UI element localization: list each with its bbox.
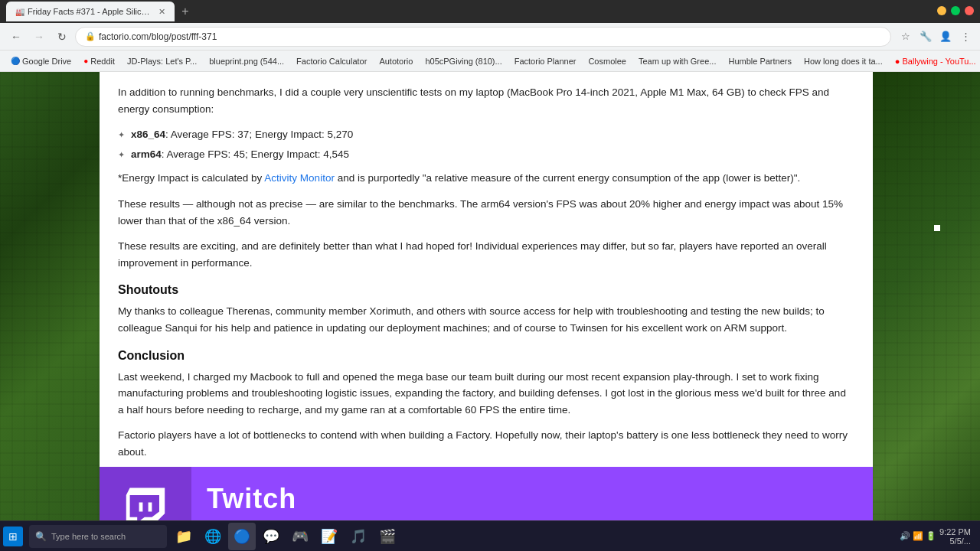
activity-monitor-link[interactable]: Activity Monitor — [264, 172, 335, 184]
benchmark-intro: In addition to running benchmarks, I did… — [118, 84, 854, 117]
nav-bar: ← → ↻ 🔒 factorio.com/blog/post/fff-371 ☆… — [0, 23, 980, 51]
benchmark-x86-label: x86_64: Average FPS: 37; Energy Impact: … — [131, 126, 353, 143]
start-button[interactable]: ⊞ — [3, 527, 23, 546]
bookmark-jdplays[interactable]: JD-Plays: Let's P... — [122, 55, 201, 67]
taskbar-vscode[interactable]: 📝 — [315, 523, 343, 550]
address-bar[interactable]: 🔒 factorio.com/blog/post/fff-371 — [75, 27, 891, 47]
reload-button[interactable]: ↻ — [52, 27, 72, 47]
benchmark-x86: ✦ x86_64: Average FPS: 37; Energy Impact… — [118, 126, 854, 143]
url-display: factorio.com/blog/post/fff-371 — [99, 31, 217, 42]
bookmark-autotorio[interactable]: Autotorio — [374, 55, 417, 67]
system-tray: 🔊 📶 🔋 — [900, 531, 936, 541]
tab-close-icon[interactable]: ✕ — [158, 7, 165, 17]
taskbar-icons: 📁 🌐 🔵 💬 🎮 📝 🎵 🎬 — [170, 523, 900, 550]
taskbar-obs[interactable]: 🎬 — [374, 523, 401, 550]
taskbar-steam[interactable]: 🎮 — [286, 523, 314, 550]
bookmark-cosmolee[interactable]: Cosmolee — [583, 55, 631, 67]
time-display: 9:22 PM 5/5/... — [939, 527, 971, 546]
extension-icon[interactable]: 🔧 — [917, 28, 934, 45]
bookmark-email[interactable]: h05cPGiving (810)... — [420, 55, 506, 67]
bookmark-blueprint[interactable]: blueprint.png (544... — [204, 55, 289, 67]
maximize-button[interactable] — [951, 6, 960, 15]
back-button[interactable]: ← — [6, 27, 26, 47]
taskbar-spotify[interactable]: 🎵 — [345, 523, 372, 550]
taskbar-discord[interactable]: 💬 — [257, 523, 285, 550]
bullet-x86: ✦ — [118, 129, 125, 142]
arm-value: : Average FPS: 45; Energy Impact: 4,545 — [162, 148, 349, 160]
profile-icon[interactable]: 👤 — [937, 28, 954, 45]
x86-value: : Average FPS: 37; Energy Impact: 5,270 — [165, 129, 353, 140]
energy-note-suffix: and is purportedly "a relative measure o… — [335, 172, 800, 184]
results-para-2: These results are exciting, and are defi… — [118, 238, 854, 271]
bookmark-teamup[interactable]: Team up with Gree... — [634, 55, 721, 67]
conclusion-heading: Conclusion — [118, 349, 854, 363]
bookmark-icon[interactable]: ☆ — [897, 28, 914, 45]
bookmarks-bar: 🔵Google Drive ●Reddit JD-Plays: Let's P.… — [0, 51, 980, 72]
conclusion-para-2: Factorio players have a lot of bottlenec… — [118, 427, 854, 460]
bookmark-planner[interactable]: Factorio Planner — [510, 55, 581, 67]
bullet-arm: ✦ — [118, 148, 125, 162]
bookmark-ballywing[interactable]: ● Ballywing - YouTu... — [890, 55, 980, 67]
tab-title: Friday Facts #371 - Apple Silicc... — [28, 7, 152, 16]
conclusion-para-1: Last weekend, I charged my Macbook to fu… — [118, 369, 854, 419]
taskbar-right: 🔊 📶 🔋 9:22 PM 5/5/... — [900, 527, 977, 546]
taskbar-edge[interactable]: 🌐 — [199, 523, 227, 550]
taskbar-explorer[interactable]: 📁 — [170, 523, 198, 550]
energy-note: *Energy Impact is calculated by Activity… — [118, 170, 854, 187]
clock-time: 9:22 PM — [939, 527, 971, 536]
twitch-title: Twitch — [207, 483, 858, 515]
search-placeholder: Type here to search — [51, 532, 126, 541]
bookmark-howlong[interactable]: How long does it ta... — [799, 55, 887, 67]
forward-button[interactable]: → — [29, 27, 49, 47]
bookmark-google-drive[interactable]: 🔵Google Drive — [6, 55, 76, 67]
side-panel-right — [873, 72, 980, 551]
benchmark-arm-label: arm64: Average FPS: 45; Energy Impact: 4… — [131, 146, 349, 163]
bookmark-factorio-calc[interactable]: Factorio Calculator — [292, 55, 371, 67]
title-bar: 🏭 Friday Facts #371 - Apple Silicc... ✕ … — [0, 0, 980, 23]
benchmark-arm: ✦ arm64: Average FPS: 45; Energy Impact:… — [118, 146, 854, 163]
content-area: In addition to running benchmarks, I did… — [100, 72, 873, 551]
bookmark-reddit[interactable]: ●Reddit — [79, 55, 119, 67]
arm-key: arm64 — [131, 148, 162, 160]
menu-icon[interactable]: ⋮ — [957, 28, 974, 45]
new-tab-button[interactable]: + — [175, 2, 196, 21]
results-para-1: These results — although not as precise … — [118, 196, 854, 229]
clock-date: 5/5/... — [939, 536, 971, 546]
taskbar-chrome[interactable]: 🔵 — [228, 523, 256, 550]
close-button[interactable] — [965, 6, 974, 15]
taskbar-search[interactable]: 🔍 Type here to search — [29, 525, 167, 548]
shoutouts-text: My thanks to colleague Therenas, communi… — [118, 303, 854, 336]
x86-key: x86_64 — [131, 129, 165, 140]
active-tab[interactable]: 🏭 Friday Facts #371 - Apple Silicc... ✕ — [6, 2, 175, 21]
minimize-button[interactable] — [937, 6, 946, 15]
shoutouts-heading: Shoutouts — [118, 283, 854, 297]
energy-note-prefix: *Energy Impact is calculated by — [118, 172, 264, 184]
side-panel-left — [0, 72, 100, 551]
search-icon: 🔍 — [35, 531, 47, 542]
taskbar: ⊞ 🔍 Type here to search 📁 🌐 🔵 💬 🎮 📝 🎵 🎬 … — [0, 520, 980, 551]
bookmark-humble[interactable]: Humble Partners — [724, 55, 796, 67]
